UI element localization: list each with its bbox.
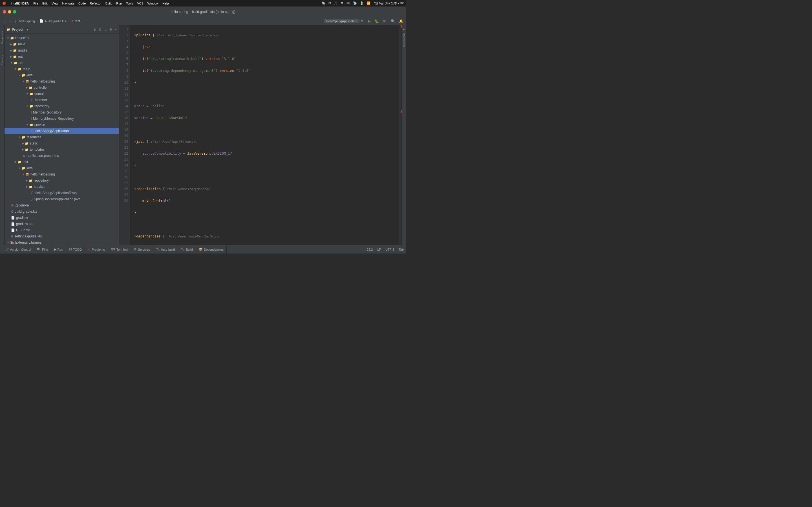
tree-item-memory-repo[interactable]: I MemoryMemberRepository <box>4 115 119 122</box>
locate-file-icon[interactable]: ⊕ <box>93 27 96 32</box>
tree-item-project[interactable]: ▼ 📁 Project ▼ <box>4 35 119 41</box>
auto-build-tab[interactable]: 🔨 Auto-build <box>153 245 178 254</box>
tree-item-package[interactable]: ▼ 📦 hello.hellospring <box>4 78 119 84</box>
dots-icon[interactable]: … <box>103 27 107 32</box>
minimize-button[interactable] <box>8 10 11 13</box>
indent[interactable]: Tab <box>399 248 404 251</box>
nav-back[interactable]: ← <box>3 19 7 23</box>
tree-item-app-props[interactable]: ⚙ application.properties <box>4 153 119 159</box>
menu-navigate[interactable]: Navigate <box>62 2 74 5</box>
tree-item-static[interactable]: ▶ 📁 static <box>4 140 119 147</box>
find-tab[interactable]: 🔍 Find <box>34 245 51 254</box>
app-name[interactable]: IntelliJ IDEA <box>11 2 29 5</box>
run-label: Run <box>57 248 63 251</box>
breadcrumb-file-icon: 📄 <box>40 19 43 23</box>
search-everywhere[interactable]: 🔍 <box>391 19 395 23</box>
build-tab[interactable]: 🔨 Build <box>178 245 196 254</box>
terminal-tab[interactable]: ⌨ Terminal <box>108 245 132 254</box>
bookmarks-label[interactable]: Bookmarks <box>1 31 4 44</box>
main-layout: Bookmarks Structure 📁 Project ▼ ⊕ ⊟ … ⚙ … <box>0 25 406 245</box>
tree-item-help[interactable]: 📄 HELP.md <box>4 227 119 233</box>
error-indicator <box>401 25 402 28</box>
menu-edit[interactable]: Edit <box>42 2 48 5</box>
tree-item-app-tests[interactable]: C HelloSpringApplicationTests <box>4 190 119 196</box>
menu-file[interactable]: File <box>33 2 38 5</box>
tree-item-gitignore[interactable]: ⚙ .gitignore <box>4 202 119 209</box>
project-dropdown-arrow[interactable]: ▼ <box>26 28 29 31</box>
find-label: Find <box>42 248 48 251</box>
notifications-label[interactable]: Notifications <box>403 33 405 47</box>
menu-refactor[interactable]: Refactor <box>90 2 101 5</box>
tree-item-main[interactable]: ▼ 📁 main <box>4 66 119 72</box>
tree-item-repository[interactable]: ▼ 📁 repository <box>4 103 119 109</box>
code-content[interactable]: ▼plugins { this: PluginDependenciesSpecS… <box>130 25 399 245</box>
run-config-dropdown[interactable]: HelloSpringApplication ▼ <box>324 19 364 23</box>
tree-item-controller[interactable]: ▶ 📁 controller <box>4 84 119 91</box>
tree-item-src[interactable]: ▼ 📁 src <box>4 60 119 66</box>
run-config-label[interactable]: HelloSpringApplication <box>324 19 359 23</box>
services-label: Services <box>138 248 150 251</box>
problems-label: Problems <box>92 248 105 251</box>
tree-item-member-repo[interactable]: I MemberRepository <box>4 109 119 115</box>
tree-item-templates[interactable]: ▶ 📁 templates <box>4 147 119 153</box>
tree-item-build-gradle[interactable]: G build.gradle.kts <box>4 209 119 215</box>
tree-item-test-repository[interactable]: ▶ 📁 repository <box>4 177 119 184</box>
nav-forward[interactable]: → <box>8 19 12 23</box>
tree-item-build[interactable]: ▶ 📁 build <box>4 41 119 47</box>
menu-vcs[interactable]: VCS <box>137 2 144 5</box>
menu-tools[interactable]: Tools <box>126 2 133 5</box>
tree-item-ext-libs[interactable]: ▼ 📚 External Libraries <box>4 239 119 245</box>
tree-item-test-java[interactable]: ▼ 📁 java <box>4 165 119 171</box>
maximize-button[interactable] <box>13 10 16 13</box>
tree-item-out[interactable]: ▶ 📁 out <box>4 54 119 60</box>
run-tab[interactable]: ▶ Run <box>51 245 66 254</box>
menu-view[interactable]: View <box>52 2 58 5</box>
datetime: 7월 6일 (목) 오후 7:32 <box>373 1 404 5</box>
menu-run[interactable]: Run <box>116 2 122 5</box>
breadcrumb-symbol-icon: ⊕ <box>70 19 73 23</box>
code-editor: 1 2 3 4 5 6 7 8 9 10 11 12 13 14 15 16 1… <box>119 25 402 245</box>
run-button[interactable]: ▶ <box>368 19 371 23</box>
tree-item-service[interactable]: ▼ 📁 service <box>4 122 119 128</box>
tree-item-gradlew-bat[interactable]: 📄 gradlew.bat <box>4 221 119 227</box>
tree-item-test-package[interactable]: ▼ 📦 hello.hellospring <box>4 171 119 177</box>
menu-build[interactable]: Build <box>105 2 112 5</box>
dependencies-tab[interactable]: 📦 Dependencies <box>196 245 227 254</box>
breadcrumb-project[interactable]: hello-spring <box>19 19 35 23</box>
tree-item-springboot-test[interactable]: J SpringBootTestApplication.java <box>4 196 119 202</box>
line-sep[interactable]: LF <box>377 248 381 251</box>
structure-label[interactable]: Structure <box>1 55 4 65</box>
tree-item-test[interactable]: ▼ 📁 test <box>4 159 119 165</box>
version-control-tab[interactable]: ⎇ Version Control <box>2 245 34 254</box>
tree-item-member[interactable]: C Member <box>4 97 119 103</box>
window-title: hello-spring – build.gradle.kts (hello-s… <box>170 10 235 14</box>
close-button[interactable] <box>3 10 6 13</box>
tree-item-hello-app[interactable]: C HelloSpringApplication <box>4 128 119 134</box>
breadcrumb-symbol[interactable]: test <box>75 19 80 23</box>
coverage-button[interactable]: ⊞ <box>383 19 386 23</box>
auto-build-icon: 🔨 <box>156 247 160 251</box>
tree-item-gradlew[interactable]: 📄 gradlew <box>4 215 119 221</box>
encoding[interactable]: UTF-8 <box>386 248 394 251</box>
debug-button[interactable]: 🐛 <box>375 19 379 23</box>
hide-panel-icon[interactable]: × <box>114 27 116 32</box>
status-bar: ⎇ Version Control 🔍 Find ▶ Run ☑ TODO ⚠ … <box>0 245 406 253</box>
tree-item-java-src[interactable]: ▼ 📁 java <box>4 72 119 78</box>
tree-item-gradle[interactable]: ▶ 📁 gradle <box>4 47 119 54</box>
todo-tab[interactable]: ☑ TODO <box>66 245 85 254</box>
notifications-icon[interactable]: 🔔 <box>399 19 403 23</box>
menu-window[interactable]: Window <box>147 2 158 5</box>
problems-tab[interactable]: ⚠ Problems <box>85 245 108 254</box>
settings-icon[interactable]: ⚙ <box>109 27 112 32</box>
tree-item-domain[interactable]: ▼ 📁 domain <box>4 91 119 97</box>
menu-code[interactable]: Code <box>79 2 86 5</box>
tree-item-resources[interactable]: ▼ 📁 resources <box>4 134 119 140</box>
tree-item-settings-gradle[interactable]: G settings.gradle.kts <box>4 233 119 239</box>
collapse-all-icon[interactable]: ⊟ <box>98 27 101 32</box>
apple-menu[interactable]: 🍎 <box>2 1 6 5</box>
tree-item-test-service[interactable]: ▶ 📁 service <box>4 184 119 190</box>
menu-help[interactable]: Help <box>162 2 169 5</box>
services-tab[interactable]: ⚙ Services <box>131 245 153 254</box>
editor-area: 1 2 3 4 5 6 7 8 9 10 11 12 13 14 15 16 1… <box>119 25 402 245</box>
breadcrumb-file[interactable]: build.gradle.kts <box>45 19 66 23</box>
